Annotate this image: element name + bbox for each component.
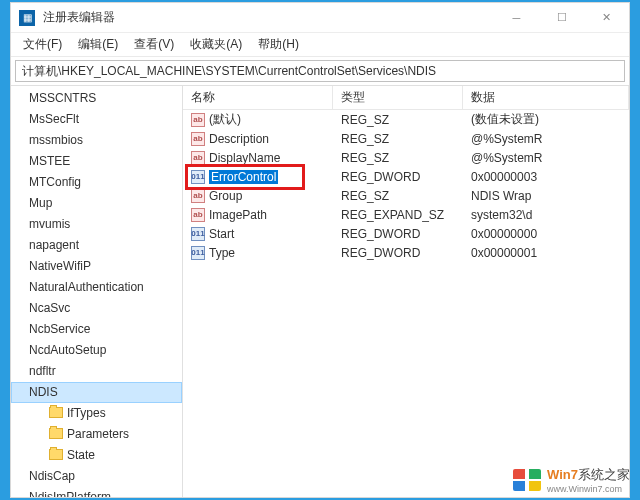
list-row[interactable]: abDescriptionREG_SZ@%SystemR bbox=[183, 129, 629, 148]
tree-item[interactable]: MTConfig bbox=[11, 172, 182, 193]
reg-str-icon: ab bbox=[191, 208, 205, 222]
reg-bin-icon: 011 bbox=[191, 170, 205, 184]
menubar: 文件(F) 编辑(E) 查看(V) 收藏夹(A) 帮助(H) bbox=[11, 33, 629, 57]
value-data: @%SystemR bbox=[463, 132, 629, 146]
value-type: REG_SZ bbox=[333, 113, 463, 127]
tree-item[interactable]: NdisCap bbox=[11, 466, 182, 487]
watermark-brand-prefix: Win7 bbox=[547, 467, 578, 482]
list-body: ab(默认)REG_SZ(数值未设置)abDescriptionREG_SZ@%… bbox=[183, 110, 629, 262]
list-row[interactable]: 011ErrorControlREG_DWORD0x00000003 bbox=[183, 167, 629, 186]
maximize-button[interactable]: ☐ bbox=[539, 4, 584, 32]
list-row[interactable]: 011TypeREG_DWORD0x00000001 bbox=[183, 243, 629, 262]
close-button[interactable]: ✕ bbox=[584, 4, 629, 32]
tree-item[interactable]: NcdAutoSetup bbox=[11, 340, 182, 361]
value-type: REG_DWORD bbox=[333, 246, 463, 260]
folder-icon bbox=[49, 428, 63, 439]
addressbar bbox=[11, 57, 629, 86]
menu-edit[interactable]: 编辑(E) bbox=[70, 34, 126, 55]
value-data: 0x00000003 bbox=[463, 170, 629, 184]
tree-subitem[interactable]: State bbox=[43, 445, 182, 466]
reg-bin-icon: 011 bbox=[191, 227, 205, 241]
titlebar: ▦ 注册表编辑器 ─ ☐ ✕ bbox=[11, 3, 629, 33]
value-type: REG_DWORD bbox=[333, 227, 463, 241]
content-area: MSSCNTRSMsSecFltmssmbiosMSTEEMTConfigMup… bbox=[11, 86, 629, 497]
value-data: (数值未设置) bbox=[463, 111, 629, 128]
window-title: 注册表编辑器 bbox=[43, 9, 115, 26]
value-type: REG_SZ bbox=[333, 132, 463, 146]
list-row[interactable]: abGroupREG_SZNDIS Wrap bbox=[183, 186, 629, 205]
value-name: Group bbox=[209, 189, 242, 203]
reg-str-icon: ab bbox=[191, 189, 205, 203]
reg-str-icon: ab bbox=[191, 151, 205, 165]
tree-item[interactable]: mvumis bbox=[11, 214, 182, 235]
value-name: (默认) bbox=[209, 111, 241, 128]
tree-item[interactable]: ndfltr bbox=[11, 361, 182, 382]
value-data: 0x00000000 bbox=[463, 227, 629, 241]
list-row[interactable]: 011StartREG_DWORD0x00000000 bbox=[183, 224, 629, 243]
tree-item[interactable]: MSSCNTRS bbox=[11, 88, 182, 109]
menu-help[interactable]: 帮助(H) bbox=[250, 34, 307, 55]
tree-item[interactable]: NcbService bbox=[11, 319, 182, 340]
value-data: @%SystemR bbox=[463, 151, 629, 165]
value-data: NDIS Wrap bbox=[463, 189, 629, 203]
tree-item[interactable]: NdisImPlatform bbox=[11, 487, 182, 497]
list-row[interactable]: ab(默认)REG_SZ(数值未设置) bbox=[183, 110, 629, 129]
tree-item[interactable]: napagent bbox=[11, 235, 182, 256]
watermark-brand-suffix: 系统之家 bbox=[578, 467, 630, 482]
list-row[interactable]: abImagePathREG_EXPAND_SZsystem32\d bbox=[183, 205, 629, 224]
menu-view[interactable]: 查看(V) bbox=[126, 34, 182, 55]
value-type: REG_SZ bbox=[333, 151, 463, 165]
address-input[interactable] bbox=[15, 60, 625, 82]
folder-icon bbox=[49, 407, 63, 418]
tree-item[interactable]: Mup bbox=[11, 193, 182, 214]
menu-file[interactable]: 文件(F) bbox=[15, 34, 70, 55]
col-header-data[interactable]: 数据 bbox=[463, 86, 629, 109]
folder-icon bbox=[49, 449, 63, 460]
minimize-button[interactable]: ─ bbox=[494, 4, 539, 32]
reg-str-icon: ab bbox=[191, 132, 205, 146]
reg-str-icon: ab bbox=[191, 113, 205, 127]
value-type: REG_SZ bbox=[333, 189, 463, 203]
list-view: 名称 类型 数据 ab(默认)REG_SZ(数值未设置)abDescriptio… bbox=[183, 86, 629, 497]
tree-item[interactable]: NcaSvc bbox=[11, 298, 182, 319]
watermark: Win7系统之家 www.Winwin7.com bbox=[513, 466, 630, 494]
value-name: Type bbox=[209, 246, 235, 260]
window-buttons: ─ ☐ ✕ bbox=[494, 4, 629, 32]
registry-editor-window: ▦ 注册表编辑器 ─ ☐ ✕ 文件(F) 编辑(E) 查看(V) 收藏夹(A) … bbox=[10, 2, 630, 498]
tree-item[interactable]: mssmbios bbox=[11, 130, 182, 151]
watermark-url: www.Winwin7.com bbox=[547, 484, 630, 494]
tree-item[interactable]: MSTEE bbox=[11, 151, 182, 172]
value-data: system32\d bbox=[463, 208, 629, 222]
value-name: ErrorControl bbox=[209, 170, 278, 184]
app-icon: ▦ bbox=[19, 10, 35, 26]
value-name: ImagePath bbox=[209, 208, 267, 222]
tree-item[interactable]: NativeWifiP bbox=[11, 256, 182, 277]
reg-bin-icon: 011 bbox=[191, 246, 205, 260]
list-header: 名称 类型 数据 bbox=[183, 86, 629, 110]
tree-view[interactable]: MSSCNTRSMsSecFltmssmbiosMSTEEMTConfigMup… bbox=[11, 86, 183, 497]
tree-item[interactable]: NaturalAuthentication bbox=[11, 277, 182, 298]
value-data: 0x00000001 bbox=[463, 246, 629, 260]
col-header-name[interactable]: 名称 bbox=[183, 86, 333, 109]
value-name: Description bbox=[209, 132, 269, 146]
value-name: Start bbox=[209, 227, 234, 241]
value-type: REG_DWORD bbox=[333, 170, 463, 184]
list-row[interactable]: abDisplayNameREG_SZ@%SystemR bbox=[183, 148, 629, 167]
windows-flag-icon bbox=[513, 469, 541, 491]
value-name: DisplayName bbox=[209, 151, 280, 165]
tree-item[interactable]: NDIS bbox=[11, 382, 182, 403]
tree-subitem[interactable]: IfTypes bbox=[43, 403, 182, 424]
col-header-type[interactable]: 类型 bbox=[333, 86, 463, 109]
tree-item[interactable]: MsSecFlt bbox=[11, 109, 182, 130]
value-type: REG_EXPAND_SZ bbox=[333, 208, 463, 222]
menu-favorites[interactable]: 收藏夹(A) bbox=[182, 34, 250, 55]
tree-subitem[interactable]: Parameters bbox=[43, 424, 182, 445]
